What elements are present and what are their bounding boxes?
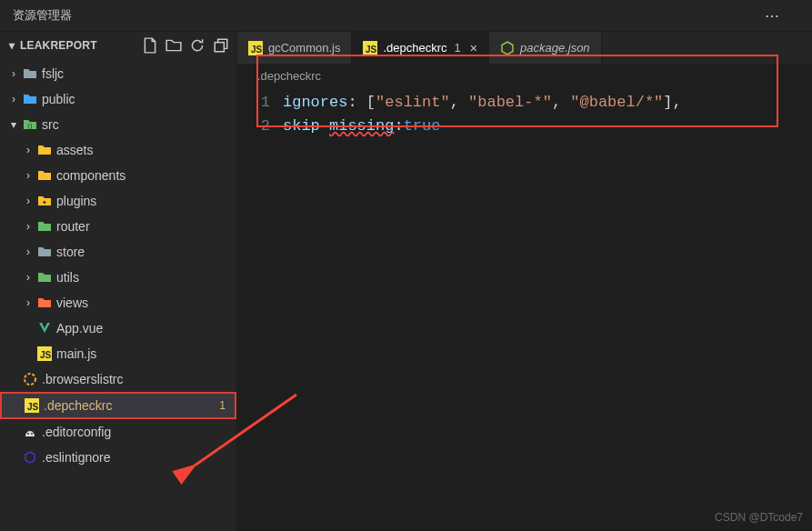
svg-text:✦: ✦	[42, 199, 47, 205]
js-icon: JS	[248, 41, 263, 55]
editor-area: JSgcCommon.jsJS.depcheckrc1×package.json…	[237, 32, 812, 531]
explorer-title: 资源管理器	[13, 7, 72, 24]
file-label: components	[56, 168, 125, 183]
svg-point-5	[25, 374, 35, 385]
collapse-all-icon[interactable]	[213, 37, 229, 54]
svg-text:JS: JS	[251, 45, 263, 55]
vue-icon	[36, 320, 53, 336]
svg-rect-0	[215, 43, 224, 52]
folder-yellow-icon	[36, 167, 53, 184]
modified-badge: 1	[455, 41, 461, 55]
folder-plugins[interactable]: ›✦plugins	[0, 188, 236, 214]
breadcrumb[interactable]: JS .depcheckrc	[237, 64, 812, 87]
file-label: plugins	[56, 194, 96, 208]
folder-orange-icon	[36, 295, 53, 311]
file-label: .editorconfig	[42, 425, 111, 439]
eslint-icon	[22, 449, 38, 466]
chevron-right-icon[interactable]: ›	[7, 67, 20, 80]
svg-text:JS: JS	[40, 350, 52, 360]
close-icon[interactable]: ×	[470, 41, 477, 55]
tab--depcheckrc[interactable]: JS.depcheckrc1×	[352, 32, 489, 64]
file-label: .eslintignore	[42, 450, 111, 465]
new-file-icon[interactable]	[142, 37, 158, 54]
line-number: 2	[237, 115, 270, 138]
svg-point-9	[31, 433, 33, 435]
refresh-icon[interactable]	[189, 37, 206, 54]
file-label: router	[56, 219, 90, 234]
breadcrumb-file: .depcheckrc	[257, 69, 321, 83]
explorer-sidebar: ▾ LEAKREPORT ›fsljc›public▾⟨⟩src›assets›…	[0, 32, 237, 531]
editor-tabs: JSgcCommon.jsJS.depcheckrc1×package.json	[237, 32, 812, 64]
chevron-right-icon[interactable]: ›	[22, 220, 35, 233]
watermark: CSDN @DTcode7	[715, 511, 803, 524]
folder-green-icon	[36, 269, 53, 286]
file-label: public	[42, 92, 75, 106]
folder-green-src-icon: ⟨⟩	[22, 116, 38, 133]
code-content[interactable]: ignores: ["eslint", "babel-*", "@babel/*…	[283, 91, 812, 531]
js-icon: JS	[36, 346, 53, 362]
folder-views[interactable]: ›views	[0, 290, 236, 316]
code-line[interactable]: ignores: ["eslint", "babel-*", "@babel/*…	[283, 91, 812, 115]
file-.eslintignore[interactable]: .eslintignore	[0, 445, 236, 470]
new-folder-icon[interactable]	[165, 37, 182, 54]
project-header[interactable]: ▾ LEAKREPORT	[0, 32, 236, 59]
file-label: .depcheckrc	[44, 398, 112, 413]
file-main.js[interactable]: JSmain.js	[0, 341, 236, 366]
explorer-titlebar: 资源管理器 ⋯	[0, 0, 812, 32]
file-.editorconfig[interactable]: .editorconfig	[0, 419, 236, 445]
folder-store[interactable]: ›store	[0, 239, 236, 265]
file-label: store	[56, 245, 85, 259]
folder-public[interactable]: ›public	[0, 86, 236, 112]
tab-label: package.json	[520, 41, 590, 55]
chevron-right-icon[interactable]: ›	[22, 169, 35, 182]
folder-green-icon	[36, 218, 53, 235]
file-tree: ›fsljc›public▾⟨⟩src›assets›components›✦p…	[0, 59, 236, 531]
modified-badge: 1	[219, 399, 226, 412]
folder-src[interactable]: ▾⟨⟩src	[0, 112, 236, 137]
code-line[interactable]: skip-missing:true	[283, 115, 812, 138]
more-actions-button[interactable]: ⋯	[765, 7, 781, 25]
chevron-right-icon[interactable]: ›	[7, 93, 20, 105]
chevron-right-icon[interactable]: ›	[22, 271, 35, 284]
tab-label: gcCommon.js	[268, 41, 340, 55]
tab-label: .depcheckrc	[383, 41, 446, 55]
file-label: views	[56, 296, 88, 310]
file-label: main.js	[56, 346, 96, 361]
folder-assets[interactable]: ›assets	[0, 137, 236, 163]
file-.browserslistrc[interactable]: .browserslistrc	[0, 366, 236, 392]
line-numbers: 12	[237, 91, 283, 531]
tab-gcCommon-js[interactable]: JSgcCommon.js	[237, 32, 352, 64]
file-App.vue[interactable]: App.vue	[0, 316, 236, 341]
file-label: utils	[56, 270, 79, 285]
file-.depcheckrc[interactable]: JS.depcheckrc1	[0, 392, 236, 419]
project-name: LEAKREPORT	[20, 39, 97, 52]
file-label: .browserslistrc	[42, 372, 123, 386]
folder-router[interactable]: ›router	[0, 214, 236, 239]
folder-utils[interactable]: ›utils	[0, 265, 236, 290]
svg-text:⟨⟩: ⟨⟩	[27, 123, 33, 129]
js-icon: JS	[363, 41, 377, 55]
file-label: fsljc	[42, 66, 64, 81]
code-editor[interactable]: 12 ignores: ["eslint", "babel-*", "@babe…	[237, 87, 812, 531]
chevron-right-icon[interactable]: ›	[22, 296, 35, 309]
browserslist-icon	[22, 371, 38, 387]
folder-blue-icon	[22, 91, 38, 107]
folder-fsljc[interactable]: ›fsljc	[0, 61, 236, 86]
file-label: App.vue	[56, 321, 103, 336]
svg-text:JS: JS	[27, 402, 39, 412]
line-number: 1	[237, 91, 270, 115]
folder-gray-icon	[22, 65, 38, 82]
svg-point-8	[27, 433, 29, 435]
js-icon: JS	[24, 397, 40, 414]
folder-yellow-icon	[36, 142, 53, 158]
svg-text:JS: JS	[366, 45, 377, 55]
node-icon	[500, 41, 515, 55]
chevron-down-icon[interactable]: ▾	[7, 118, 20, 131]
chevron-right-icon[interactable]: ›	[22, 144, 35, 156]
tab-package-json[interactable]: package.json	[489, 32, 602, 64]
file-label: src	[42, 117, 59, 132]
folder-components[interactable]: ›components	[0, 163, 236, 188]
chevron-right-icon[interactable]: ›	[22, 195, 35, 207]
folder-gray-icon	[36, 244, 53, 260]
chevron-right-icon[interactable]: ›	[22, 245, 35, 258]
